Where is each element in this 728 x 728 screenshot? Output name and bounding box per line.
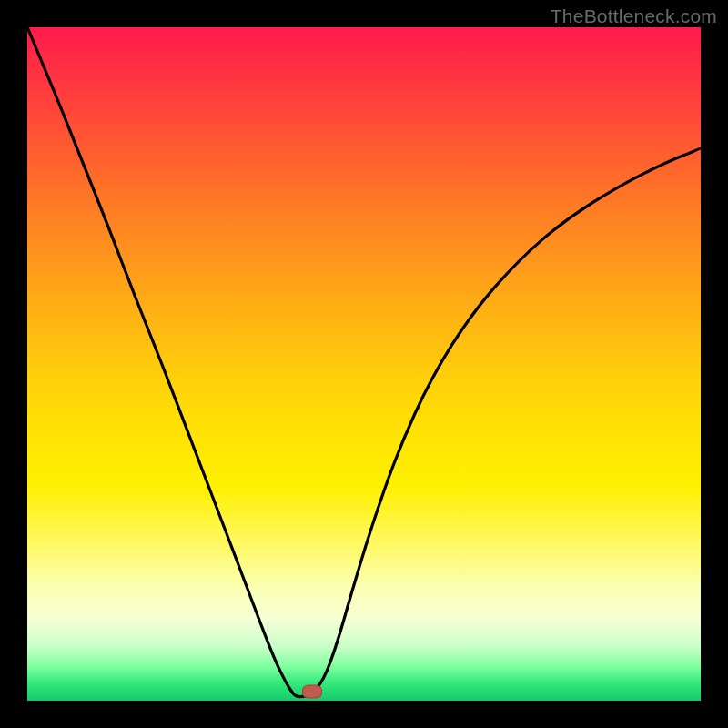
bottleneck-curve [27,27,701,701]
optimal-point-marker [302,684,322,698]
plot-area [27,27,701,701]
watermark-text: TheBottleneck.com [551,5,717,27]
chart-frame: TheBottleneck.com [0,0,728,728]
